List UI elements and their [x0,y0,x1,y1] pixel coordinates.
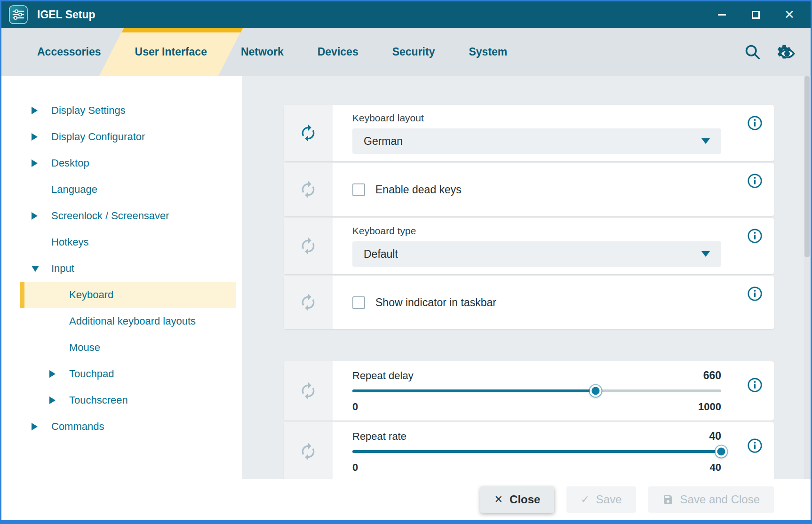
info-icon[interactable] [747,286,763,302]
sidebar-item-keyboard[interactable]: Keyboard [20,282,236,308]
sidebar-item-touchscreen[interactable]: Touchscreen [20,387,236,413]
save-button[interactable]: ✓ Save [566,486,636,513]
slider-min-value: 0 [352,401,358,413]
tab-network[interactable]: Network [224,28,301,76]
sidebar-item-display-configurator[interactable]: Display Configurator [20,124,236,150]
reset-to-default-icon[interactable] [299,381,318,400]
vertical-scrollbar[interactable] [804,76,810,479]
checkbox-label: Enable dead keys [375,183,462,196]
tab-label: Security [392,46,435,58]
sidebar-item-touchpad[interactable]: Touchpad [20,361,236,387]
scrollbar-thumb[interactable] [804,76,810,257]
tabbar: Accessories User Interface Network Devic… [1,28,811,76]
tab-security[interactable]: Security [375,28,452,76]
tabs: Accessories User Interface Network Devic… [20,28,524,76]
tab-label: User Interface [135,46,207,58]
search-icon[interactable] [743,42,762,61]
chevron-right-icon [32,107,38,114]
sidebar-item-commands[interactable]: Commands [20,413,236,440]
window-title: IGEL Setup [37,8,715,21]
keyboard-layout-select[interactable]: German [352,128,721,154]
tab-label: Accessories [37,46,101,58]
sidebar-item-mouse[interactable]: Mouse [20,334,236,361]
sidebar-item-additional-keyboard-layouts[interactable]: Additional keyboard layouts [20,308,236,334]
window-controls: ✕ [715,8,796,22]
show-indicator-checkbox[interactable] [352,296,365,309]
chevron-down-icon [32,266,39,272]
save-disk-icon [662,494,674,505]
tab-actions [743,28,811,76]
tab-user-interface[interactable]: User Interface [118,28,224,76]
field-label: Keyboard type [352,225,721,237]
dropdown-value: German [364,135,701,148]
chevron-down-icon [701,251,710,257]
close-button[interactable]: ✕ Close [480,486,555,513]
field-label: Keyboard layout [352,112,721,124]
setting-card-repeat-rate: Repeat rate 40 0 40 [284,422,774,479]
reset-to-default-icon[interactable] [299,124,318,143]
chevron-down-icon [701,138,710,144]
setting-card-keyboard-layout: Keyboard layout German [284,105,774,161]
slider-thumb[interactable] [716,445,727,457]
save-and-close-button[interactable]: Save and Close [648,486,774,513]
close-x-icon: ✕ [494,493,503,506]
tab-label: Network [241,46,284,58]
keyboard-type-select[interactable]: Default [352,241,721,267]
sidebar-item-label: Keyboard [69,289,113,301]
slider-thumb[interactable] [590,385,602,397]
sidebar-tree: Display Settings Display Configurator De… [1,76,242,479]
sidebar-item-label: Display Settings [51,104,126,117]
sidebar-item-label: Mouse [69,341,100,354]
enable-dead-keys-checkbox[interactable] [352,183,365,196]
info-icon[interactable] [747,377,763,393]
chevron-right-icon [32,133,38,141]
maximize-button[interactable] [748,8,763,22]
dropdown-value: Default [364,248,701,261]
slider-max-value: 40 [710,461,721,474]
reset-to-default-icon[interactable] [299,293,318,312]
slider-label: Repeat rate [352,430,406,443]
save-and-close-button-label: Save and Close [680,493,760,506]
sidebar-item-label: Commands [51,421,104,433]
maximize-icon [752,11,760,19]
sidebar-item-hotkeys[interactable]: Hotkeys [20,229,236,255]
info-icon[interactable] [747,115,763,131]
sidebar-item-input[interactable]: Input [20,255,236,282]
chevron-right-icon [32,212,38,220]
sidebar-item-label: Additional keyboard layouts [69,315,196,327]
igel-logo-icon [9,5,28,24]
tab-system[interactable]: System [452,28,524,76]
check-icon: ✓ [581,493,589,506]
slider-fill [352,450,721,453]
sidebar-item-screenlock-screensaver[interactable]: Screenlock / Screensaver [20,203,236,229]
reset-to-default-icon[interactable] [299,237,318,255]
sidebar-item-display-settings[interactable]: Display Settings [20,97,236,124]
sidebar-item-label: Touchscreen [69,394,128,406]
info-icon[interactable] [747,438,763,453]
sidebar-item-language[interactable]: Language [20,176,236,203]
sidebar-item-label: Screenlock / Screensaver [51,210,169,222]
tab-label: Devices [318,46,358,58]
setting-card-show-indicator: Show indicator in taskbar [284,276,774,329]
reset-to-default-icon[interactable] [299,180,318,199]
info-icon[interactable] [747,228,763,244]
repeat-rate-slider[interactable] [352,450,721,453]
slider-max-value: 1000 [698,401,721,413]
sidebar-item-label: Hotkeys [51,236,88,248]
slider-current-value: 40 [709,430,721,443]
repeat-delay-slider[interactable] [352,389,721,392]
tab-devices[interactable]: Devices [301,28,375,76]
reset-to-default-icon[interactable] [299,442,318,461]
close-window-button[interactable]: ✕ [782,8,796,22]
minimize-button[interactable] [715,8,729,22]
sidebar-item-desktop[interactable]: Desktop [20,150,236,176]
sidebar-item-label: Touchpad [69,368,114,380]
chevron-right-icon [32,423,38,430]
settings-visibility-gear-icon[interactable] [775,42,794,61]
card-group-gap [284,331,774,360]
titlebar: IGEL Setup ✕ [1,1,811,28]
slider-min-value: 0 [352,461,358,474]
eye-icon [779,45,796,62]
sidebar-item-label: Input [51,262,74,275]
info-icon[interactable] [747,173,763,189]
